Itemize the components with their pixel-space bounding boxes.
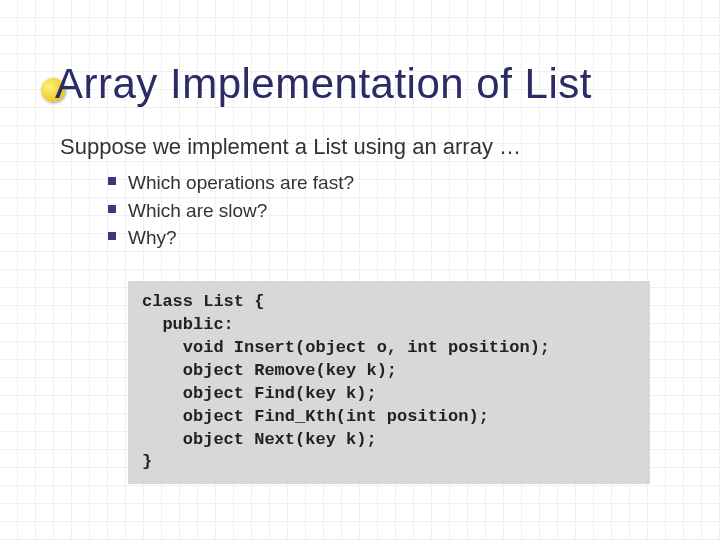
title-block: Array Implementation of List [55,60,720,108]
slide-title: Array Implementation of List [55,60,720,108]
code-block: class List { public: void Insert(object … [128,281,650,485]
bullet-item: Why? [108,225,720,251]
intro-text: Suppose we implement a List using an arr… [60,134,720,160]
bullet-item: Which are slow? [108,198,720,224]
slide: Array Implementation of List Suppose we … [0,60,720,540]
bullet-item: Which operations are fast? [108,170,720,196]
bullet-list: Which operations are fast? Which are slo… [108,170,720,251]
